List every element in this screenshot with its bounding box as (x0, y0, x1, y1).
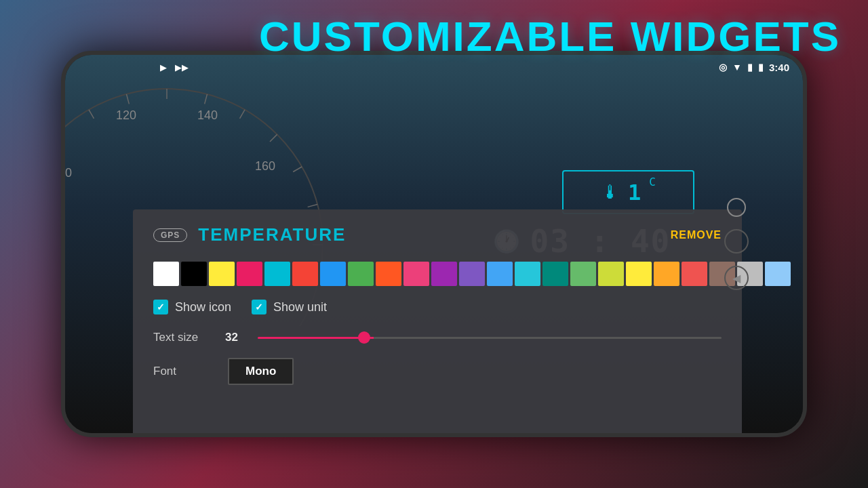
status-left-icons: ▶ ▶▶ (160, 62, 189, 73)
location-icon: ◎ (719, 62, 727, 73)
show-unit-checkbox-item[interactable]: ✓ Show unit (252, 300, 327, 314)
color-swatch-12[interactable] (487, 262, 513, 286)
svg-line-10 (270, 134, 277, 142)
font-row: Font Mono (153, 358, 722, 385)
svg-line-11 (293, 167, 302, 172)
back-button[interactable]: ◀ (724, 266, 749, 290)
color-swatch-18[interactable] (654, 262, 679, 286)
text-size-value: 32 (225, 331, 247, 344)
play-fast-icon: ▶▶ (175, 62, 189, 73)
panel-title: TEMPERATURE (198, 224, 346, 245)
color-swatch-10[interactable] (431, 262, 457, 286)
checkboxes-row: ✓ Show icon ✓ Show unit (153, 300, 722, 314)
phone-frame: ▶ ▶▶ ◎ ▼ ▮ ▮ 3:40 (61, 51, 807, 437)
temp-value: 1 (628, 180, 641, 205)
svg-line-9 (240, 110, 245, 119)
svg-line-6 (126, 94, 129, 104)
back-icon: ◀ (732, 272, 741, 285)
text-size-label: Text size (153, 331, 214, 344)
recents-button[interactable] (727, 198, 746, 217)
thermometer-icon: 🌡 (601, 181, 620, 203)
wifi-icon: ▼ (732, 62, 742, 73)
color-swatch-16[interactable] (598, 262, 624, 286)
color-swatch-9[interactable] (403, 262, 429, 286)
show-unit-label: Show unit (273, 300, 327, 314)
play-icon: ▶ (160, 62, 167, 73)
svg-text:160: 160 (255, 159, 275, 173)
color-swatch-1[interactable] (181, 262, 207, 286)
svg-line-5 (89, 110, 94, 119)
panel-header-left: GPS TEMPERATURE (153, 224, 346, 245)
show-icon-checkbox[interactable]: ✓ (153, 300, 168, 314)
slider-thumb[interactable] (358, 331, 370, 344)
color-swatch-4[interactable] (264, 262, 290, 286)
remove-button[interactable]: REMOVE (671, 229, 722, 241)
show-unit-checkbox[interactable]: ✓ (252, 300, 267, 314)
font-selector[interactable]: Mono (228, 358, 294, 385)
temp-widget: 🌡 1 C (562, 170, 694, 214)
text-size-slider[interactable] (258, 337, 722, 339)
nav-buttons: ◀ (724, 198, 749, 290)
color-swatch-17[interactable] (626, 262, 652, 286)
color-swatch-2[interactable] (209, 262, 235, 286)
show-icon-label: Show icon (175, 300, 231, 314)
gps-badge: GPS (153, 228, 187, 242)
color-swatch-5[interactable] (292, 262, 318, 286)
color-palette (153, 262, 722, 286)
svg-line-8 (205, 94, 208, 104)
status-right-icons: ◎ ▼ ▮ ▮ 3:40 (719, 62, 789, 73)
color-swatch-8[interactable] (376, 262, 401, 286)
signal-icon: ▮ (747, 62, 753, 73)
color-swatch-7[interactable] (348, 262, 374, 286)
color-swatch-15[interactable] (570, 262, 596, 286)
status-time: 3:40 (769, 62, 789, 73)
text-size-row: Text size 32 (153, 331, 722, 344)
color-swatch-13[interactable] (515, 262, 540, 286)
svg-text:100: 100 (65, 166, 72, 180)
color-swatch-19[interactable] (682, 262, 707, 286)
color-swatch-22[interactable] (765, 262, 791, 286)
color-swatch-3[interactable] (237, 262, 262, 286)
svg-text:140: 140 (197, 108, 218, 122)
color-swatch-14[interactable] (542, 262, 568, 286)
svg-line-12 (308, 204, 317, 207)
check-mark-unit: ✓ (255, 302, 263, 312)
panel-header: GPS TEMPERATURE REMOVE (153, 224, 722, 245)
home-button[interactable] (724, 229, 749, 253)
phone-screen: ▶ ▶▶ ◎ ▼ ▮ ▮ 3:40 (65, 55, 803, 433)
show-icon-checkbox-item[interactable]: ✓ Show icon (153, 300, 231, 314)
font-label: Font (153, 365, 214, 378)
check-mark: ✓ (157, 302, 165, 312)
temp-unit: C (649, 176, 656, 188)
color-swatch-6[interactable] (320, 262, 346, 286)
color-swatch-11[interactable] (459, 262, 485, 286)
color-swatch-0[interactable] (153, 262, 179, 286)
svg-text:120: 120 (116, 108, 136, 122)
page-title: CUSTOMIZABLE WIDGETS (259, 12, 841, 60)
settings-panel: GPS TEMPERATURE REMOVE ✓ Show icon (133, 209, 742, 433)
battery-icon: ▮ (758, 62, 764, 73)
